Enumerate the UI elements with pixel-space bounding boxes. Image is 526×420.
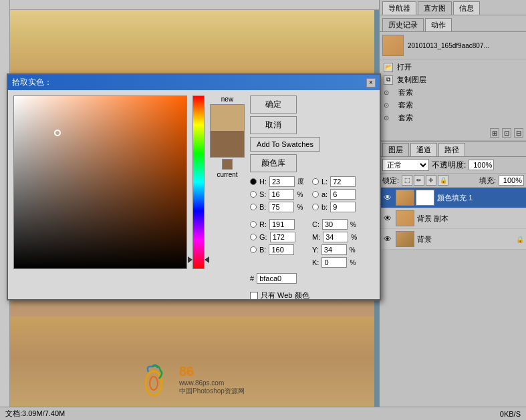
b-lab-input-row: b: [312,202,360,212]
panel-icon-3[interactable]: ⊟ [514,128,523,138]
fill-input[interactable] [499,175,524,186]
history-item[interactable]: ⊙ 套索 [381,99,525,112]
history-item[interactable]: ⊙ 套索 [381,112,525,124]
history-item-label: 复制图层 [397,75,426,85]
lock-all-btn[interactable]: 🔒 [438,175,448,186]
web-colors-checkbox[interactable] [250,292,258,300]
y-input-row: Y: % [312,244,360,255]
history-tabs: 历史记录 动作 [380,17,526,32]
layer-name: 背景 [417,234,513,244]
h-unit: 度 [297,177,307,186]
layer-visibility-icon[interactable]: 👁 [382,193,393,202]
history-item-label: 套索 [398,100,413,110]
tab-info[interactable]: 信息 [453,1,480,15]
network-speed-label: 0KB/S [500,410,521,418]
dialog-titlebar: 拾取实色： × [8,75,380,90]
y-input[interactable] [321,244,347,255]
fill-label: 填充: [479,176,496,186]
hex-label: # [250,274,254,282]
cancel-button[interactable]: 取消 [250,116,297,134]
lock-image-btn[interactable]: ✏ [414,175,424,186]
history-item-label: 套索 [398,113,413,123]
s-input[interactable] [269,189,294,200]
dialog-close-button[interactable]: × [366,78,376,87]
tab-actions[interactable]: 动作 [425,18,452,31]
tab-channels[interactable]: 通道 [410,143,437,156]
color-gradient-picker[interactable] [13,95,187,269]
b2-radio[interactable] [250,246,257,253]
h-radio[interactable] [250,178,257,185]
history-item[interactable]: ⧉ 复制图层 [381,73,525,86]
b-lab-input[interactable] [330,202,356,212]
dialog-content: new current 确定 取消 Add To Swatches 颜色库 [8,90,380,300]
s-radio[interactable] [250,191,257,198]
layer-visibility-icon[interactable]: 👁 [382,214,393,223]
current-color-label: current [217,171,237,178]
color-swatch-display[interactable] [210,104,245,158]
layer-thumbnail [396,231,414,247]
layer-row[interactable]: 👁 颜色填充 1 [380,188,526,208]
tab-layers[interactable]: 图层 [382,143,409,156]
layer-visibility-icon[interactable]: 👁 [382,234,393,244]
c-input[interactable] [322,219,348,230]
h-input[interactable] [269,176,295,187]
a-input[interactable] [330,189,356,200]
lock-transparent-btn[interactable]: ⬚ [402,175,412,186]
spectrum-slider[interactable] [192,95,205,269]
b2-label: B: [259,246,266,254]
k-label: K: [312,258,319,266]
dialog-buttons: 确定 取消 Add To Swatches 颜色库 [250,95,374,172]
g-radio[interactable] [250,234,257,240]
doc-size-label: 文档:3.09M/7.40M [5,409,65,419]
c-input-row: C: % [312,219,360,230]
a-label: a: [321,190,327,198]
history-item[interactable]: 📂 打开 [381,61,525,73]
right-panel: 导航器 直方图 信息 历史记录 动作 20101013_165df9aac807… [379,0,526,420]
lock-position-btn[interactable]: ✛ [426,175,436,186]
m-input[interactable] [323,232,348,242]
confirm-button[interactable]: 确定 [250,95,297,114]
layer-row[interactable]: 👁 背景 副本 [380,208,526,229]
g-input[interactable] [270,232,295,242]
color-library-button[interactable]: 颜色库 [250,154,297,172]
blend-mode-select[interactable]: 正常 [382,159,429,171]
c-label: C: [312,220,319,228]
dialog-title: 拾取实色： [12,77,52,88]
panel-icon-1[interactable]: ⊞ [490,128,499,138]
a-radio[interactable] [312,191,319,198]
layer-row[interactable]: 👁 背景 🔒 [380,229,526,250]
m-unit: % [351,234,360,241]
tab-paths[interactable]: 路径 [438,143,465,156]
b-lab-radio[interactable] [312,204,319,210]
layer-name: 背景 副本 [417,214,524,224]
r-input[interactable] [269,219,295,230]
history-thumb-image [382,35,404,56]
dialog-right-panel: 确定 取消 Add To Swatches 颜色库 H: 度 [250,95,374,294]
layers-panel: 图层 通道 路径 正常 不透明度: 锁定: ⬚ ✏ ✛ 🔒 填充: [380,141,526,250]
color-value-inputs: H: 度 S: % B: [250,176,374,300]
tab-history[interactable]: 历史记录 [382,18,424,31]
l-input[interactable] [330,176,356,187]
r-radio[interactable] [250,221,257,228]
tab-histogram[interactable]: 直方图 [418,1,452,15]
b2-input[interactable] [269,244,294,255]
b-radio[interactable] [250,204,257,210]
watermark: 86 www.86ps.com 中国Photoshop资源网 [134,360,245,400]
hex-input[interactable] [257,273,297,284]
spectrum-arrow-left [205,256,209,263]
a-input-row: a: [312,189,360,200]
l-radio[interactable] [312,178,319,185]
panel-icon-2[interactable]: ⊡ [502,128,511,138]
g-input-row: G: [250,232,307,242]
tab-navigator[interactable]: 导航器 [382,1,416,15]
layers-mode-opacity: 正常 不透明度: [380,157,526,174]
s-input-row: S: % [250,189,307,200]
opacity-input[interactable] [469,160,494,170]
bg-photo-top [0,0,374,77]
add-to-swatches-button[interactable]: Add To Swatches [250,137,320,152]
layers-tabs: 图层 通道 路径 [380,142,526,157]
history-item[interactable]: ⊙ 套索 [381,86,525,99]
k-input[interactable] [321,257,347,268]
history-items-list: 📂 打开 ⧉ 复制图层 ⊙ 套索 ⊙ 套索 ⊙ 套索 [380,59,526,126]
b-input[interactable] [269,202,294,212]
